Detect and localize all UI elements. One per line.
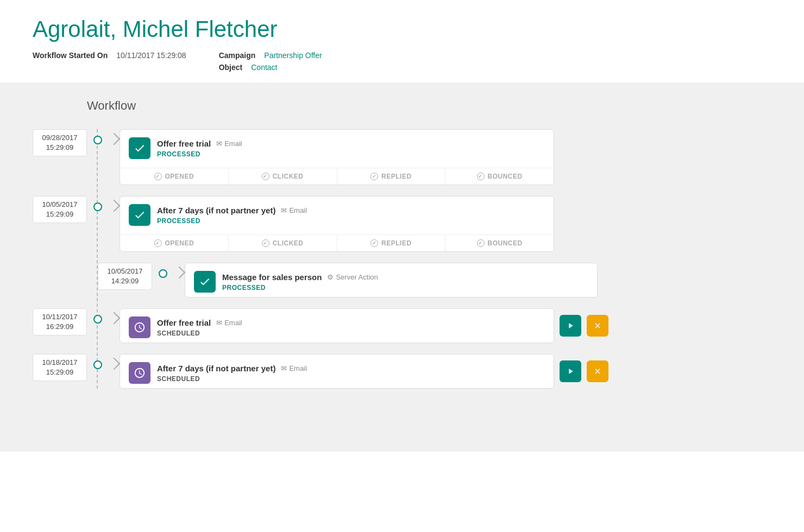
- timeline-item-sub: 10/05/2017 14:29:09 Message for sales pe…: [98, 263, 771, 297]
- object-row: Object Contact: [219, 63, 322, 72]
- card-with-actions: Offer free trial ✉ Email SCHEDULED: [120, 308, 608, 343]
- stat-check-icon: ✓: [370, 173, 378, 180]
- email-stats: ✓ OPENED ✓ CLICKED ✓ REPLIED ✓ BOUNCED: [120, 235, 554, 251]
- email-icon: ✉: [281, 364, 287, 372]
- connector: [87, 308, 109, 324]
- stat-label: OPENED: [165, 173, 194, 180]
- server-icon: ⚙: [327, 273, 334, 281]
- stat-clicked: ✓ CLICKED: [229, 168, 337, 185]
- item-time: 16:29:09: [39, 322, 81, 332]
- timeline-item: 10/05/2017 15:29:09 After 7 days (if not…: [33, 196, 771, 252]
- status-icon-processed: [194, 271, 216, 293]
- status-icon-scheduled: [129, 316, 150, 338]
- clock-icon: [134, 367, 146, 379]
- card-title: After 7 days (if not partner yet): [157, 364, 275, 373]
- play-icon: [566, 321, 575, 330]
- card-status: PROCESSED: [222, 284, 588, 292]
- card-header: After 7 days (if not partner yet) ✉ Emai…: [120, 197, 554, 230]
- play-button[interactable]: [560, 360, 581, 382]
- page-title: Agrolait, Michel Fletcher: [33, 16, 771, 42]
- type-label: Email: [224, 140, 242, 148]
- stat-bounced: ✓ BOUNCED: [445, 235, 554, 251]
- dot-circle: [93, 315, 102, 324]
- connector: [87, 129, 109, 144]
- cancel-button[interactable]: [587, 360, 608, 382]
- status-icon-processed: [129, 137, 150, 159]
- arrow-connector: [109, 314, 120, 322]
- card-title-row: After 7 days (if not partner yet) ✉ Emai…: [157, 206, 545, 215]
- card-type: ⚙ Server Action: [327, 273, 378, 281]
- time-box: 10/18/2017 15:29:09: [33, 354, 87, 381]
- dot-circle: [93, 136, 102, 144]
- dot-circle: [159, 269, 167, 278]
- campaign-label: Campaign: [219, 51, 256, 60]
- check-icon: [134, 209, 146, 221]
- card-info: Offer free trial ✉ Email PROCESSED: [157, 139, 545, 158]
- object-link[interactable]: Contact: [251, 63, 277, 72]
- campaign-link[interactable]: Partnership Offer: [264, 51, 322, 60]
- activity-card: Message for sales person ⚙ Server Action…: [185, 263, 598, 297]
- activity-card: Offer free trial ✉ Email PROCESSED ✓ OPE…: [120, 129, 554, 185]
- cancel-button[interactable]: [587, 315, 608, 337]
- timeline-item: 10/11/2017 16:29:09 Offer free trial: [33, 308, 771, 343]
- dot-circle: [93, 202, 102, 211]
- workflow-started-value: 10/11/2017 15:29:08: [116, 51, 186, 60]
- card-title-row: Offer free trial ✉ Email: [157, 139, 545, 148]
- card-title: Offer free trial: [157, 139, 211, 148]
- close-icon: [593, 321, 602, 330]
- workflow-title: Workflow: [87, 99, 771, 113]
- timeline: 09/28/2017 15:29:09 Offer free trial: [33, 129, 771, 389]
- card-header: Offer free trial ✉ Email PROCESSED: [120, 130, 554, 163]
- stat-label: REPLIED: [381, 239, 412, 247]
- item-time: 15:29:09: [39, 210, 81, 219]
- item-time: 14:29:09: [104, 276, 146, 286]
- connector: [87, 354, 109, 369]
- stat-opened: ✓ OPENED: [120, 168, 229, 185]
- play-icon: [566, 367, 575, 376]
- stat-label: CLICKED: [273, 239, 304, 247]
- time-box: 09/28/2017 15:29:09: [33, 129, 87, 156]
- play-button[interactable]: [560, 315, 581, 337]
- workflow-section: Workflow 09/28/2017 15:29:09 Of: [0, 83, 804, 452]
- item-date: 09/28/2017: [39, 133, 81, 143]
- arrow-connector: [109, 135, 120, 143]
- item-time: 15:29:09: [39, 143, 81, 153]
- activity-card: Offer free trial ✉ Email SCHEDULED: [120, 308, 554, 343]
- workflow-started: Workflow Started On 10/11/2017 15:29:08: [33, 51, 186, 60]
- stat-label: BOUNCED: [488, 173, 523, 180]
- stat-label: OPENED: [165, 239, 194, 247]
- check-icon: [134, 142, 146, 154]
- card-info: Offer free trial ✉ Email SCHEDULED: [157, 318, 545, 337]
- card-info: After 7 days (if not partner yet) ✉ Emai…: [157, 206, 545, 225]
- dot-circle: [93, 360, 102, 369]
- card-title: After 7 days (if not partner yet): [157, 206, 275, 215]
- close-icon: [593, 367, 602, 376]
- item-date: 10/11/2017: [39, 312, 81, 322]
- status-icon-scheduled: [129, 362, 150, 384]
- type-label: Email: [224, 319, 242, 327]
- stat-label: REPLIED: [381, 173, 412, 180]
- stat-bounced: ✓ BOUNCED: [445, 168, 554, 185]
- timeline-item: 10/18/2017 15:29:09 After 7 days (if not…: [33, 354, 771, 389]
- connector: [87, 196, 109, 211]
- stat-check-icon: ✓: [154, 173, 162, 180]
- campaign-row: Campaign Partnership Offer: [219, 51, 322, 60]
- card-status: PROCESSED: [157, 217, 545, 225]
- type-label: Email: [289, 206, 307, 214]
- card-info: Message for sales person ⚙ Server Action…: [222, 273, 588, 292]
- page-header: Agrolait, Michel Fletcher Workflow Start…: [0, 0, 804, 83]
- clock-icon: [134, 321, 146, 333]
- stat-check-icon: ✓: [477, 173, 485, 180]
- card-title-row: Offer free trial ✉ Email: [157, 318, 545, 327]
- stat-replied: ✓ REPLIED: [337, 168, 446, 185]
- card-title: Offer free trial: [157, 318, 211, 327]
- stat-check-icon: ✓: [262, 173, 269, 180]
- activity-card: After 7 days (if not partner yet) ✉ Emai…: [120, 354, 554, 389]
- stat-opened: ✓ OPENED: [120, 235, 229, 251]
- card-header: After 7 days (if not partner yet) ✉ Emai…: [120, 354, 554, 388]
- time-box: 10/05/2017 15:29:09: [33, 196, 87, 223]
- card-type: ✉ Email: [281, 206, 307, 214]
- card-info: After 7 days (if not partner yet) ✉ Emai…: [157, 364, 545, 383]
- check-icon: [199, 276, 211, 288]
- timeline-item: 09/28/2017 15:29:09 Offer free trial: [33, 129, 771, 185]
